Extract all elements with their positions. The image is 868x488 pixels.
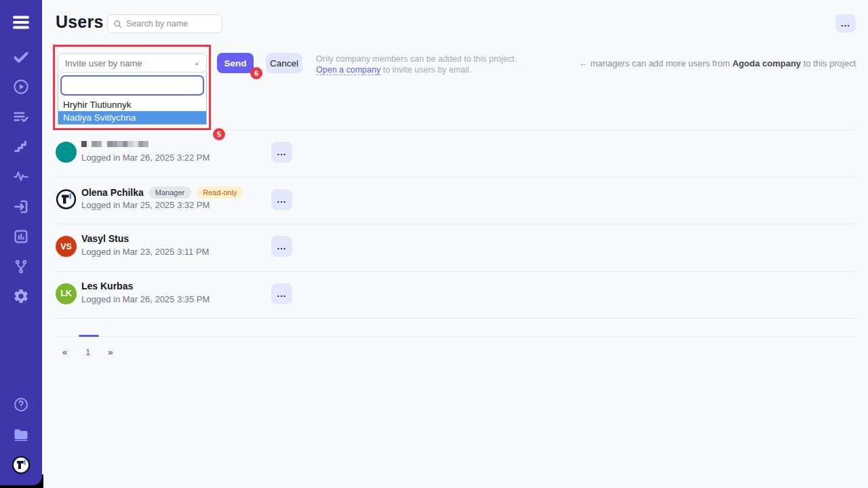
annotation-badge-6: 6 xyxy=(250,67,262,79)
report-icon[interactable] xyxy=(13,228,30,245)
play-circle-icon[interactable] xyxy=(13,79,30,96)
steps-icon[interactable] xyxy=(13,138,30,155)
role-badge: Manager xyxy=(149,186,191,199)
invite-option-highlighted[interactable]: Nadiya Svitlychna xyxy=(58,111,206,124)
app-logo[interactable] xyxy=(12,455,31,474)
avatar-logo xyxy=(56,189,77,210)
search-box[interactable] xyxy=(107,14,222,33)
avatar: VS xyxy=(56,236,77,257)
last-login: Logged in Mar 25, 2025 3:32 PM xyxy=(81,200,210,210)
invite-select-placeholder: Invite user by name xyxy=(65,58,142,68)
user-name-redacted xyxy=(81,139,149,147)
manager-hint-company: Agoda company xyxy=(732,58,801,68)
readonly-badge: Read-only xyxy=(196,186,243,199)
search-input[interactable] xyxy=(126,19,216,28)
user-list: Logged in Mar 26, 2025 3:22 PM ... Olena… xyxy=(56,129,856,319)
invite-option[interactable]: Hryhir Tiutiunnyk xyxy=(58,98,206,111)
note-line1: Only company members can be added to thi… xyxy=(316,54,517,64)
user-name-text: Vasyl Stus xyxy=(81,233,129,244)
annotation-badge-5: 5 xyxy=(213,128,225,140)
manager-hint-suffix: to this project xyxy=(801,58,856,68)
pagination-prev[interactable]: « xyxy=(62,347,67,357)
table-row: Olena Pchilka Manager Read-only Logged i… xyxy=(56,178,856,225)
table-row: Logged in Mar 26, 2025 3:22 PM ... xyxy=(56,130,856,178)
invite-filter-input[interactable] xyxy=(60,75,204,96)
check-icon[interactable] xyxy=(12,48,30,66)
manager-hint-prefix: ← managers can add more users from xyxy=(579,58,732,68)
pagination-page-1[interactable]: 1 xyxy=(85,347,90,357)
open-company-link[interactable]: Open a company xyxy=(316,65,380,75)
avatar xyxy=(56,142,77,163)
avatar: LK xyxy=(56,283,77,304)
search-icon xyxy=(113,20,122,28)
user-name: Vasyl Stus xyxy=(81,233,129,244)
last-login: Logged in Mar 23, 2025 3:11 PM xyxy=(81,247,209,257)
note-line2: to invite users by email. xyxy=(380,65,471,75)
row-more-button[interactable]: ... xyxy=(271,283,292,304)
manager-hint: ← managers can add more users from Agoda… xyxy=(579,58,856,68)
last-login: Logged in Mar 26, 2025 3:22 PM xyxy=(81,152,210,163)
folder-icon[interactable] xyxy=(12,426,30,443)
last-login: Logged in Mar 26, 2025 3:35 PM xyxy=(81,294,210,304)
activity-icon[interactable] xyxy=(13,168,30,185)
help-icon[interactable] xyxy=(13,396,29,413)
table-row: LK Les Kurbas Logged in Mar 26, 2025 3:3… xyxy=(56,272,856,319)
invite-user-select[interactable]: Invite user by name ▲ xyxy=(58,54,207,73)
redacted-name xyxy=(81,141,149,147)
send-button[interactable]: Send xyxy=(217,53,254,73)
row-more-button[interactable]: ... xyxy=(271,236,292,257)
branch-icon[interactable] xyxy=(13,258,30,275)
user-name: Les Kurbas xyxy=(81,281,133,291)
row-more-button[interactable]: ... xyxy=(271,142,292,163)
chevron-up-icon: ▲ xyxy=(194,60,199,66)
pagination-next[interactable]: » xyxy=(108,347,113,357)
menu-icon[interactable] xyxy=(12,15,30,30)
sidebar xyxy=(0,0,42,485)
pagination-active-indicator xyxy=(79,335,99,337)
invite-note: Only company members can be added to thi… xyxy=(316,54,517,75)
user-name: Olena Pchilka Manager Read-only xyxy=(81,186,243,199)
page-more-button[interactable]: ... xyxy=(835,14,856,33)
user-name-text: Les Kurbas xyxy=(81,281,133,291)
cancel-button[interactable]: Cancel xyxy=(266,53,302,73)
sign-in-icon[interactable] xyxy=(12,198,30,216)
table-row: VS Vasyl Stus Logged in Mar 23, 2025 3:1… xyxy=(56,224,856,272)
row-more-button[interactable]: ... xyxy=(271,189,292,210)
user-name-text: Olena Pchilka xyxy=(81,187,144,198)
invite-dropdown: Hryhir Tiutiunnyk Nadiya Svitlychna xyxy=(58,73,207,125)
page-title: Users xyxy=(56,12,104,32)
task-list-icon[interactable] xyxy=(13,108,30,125)
settings-gear-icon[interactable] xyxy=(13,288,30,305)
pagination-divider xyxy=(56,336,856,337)
